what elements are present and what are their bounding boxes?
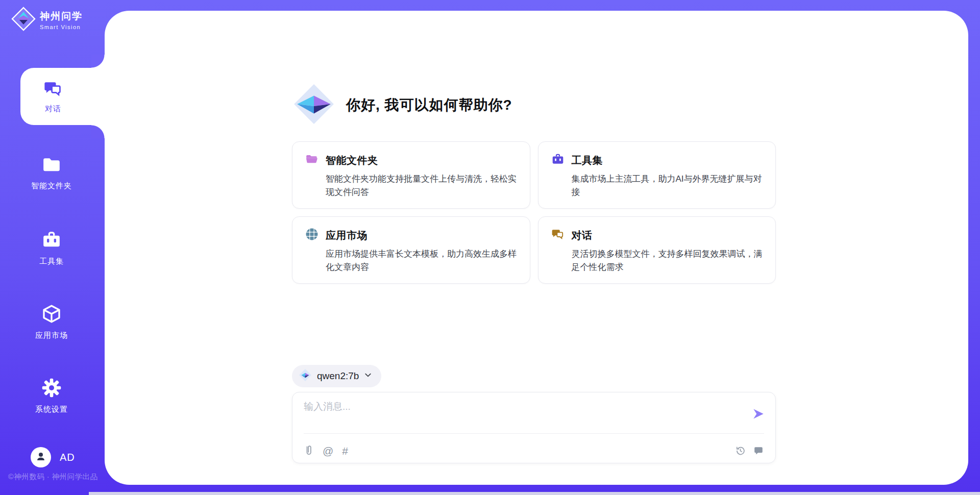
card-description: 应用市场提供丰富长文本模板，助力高效生成多样化文章内容 xyxy=(326,247,517,275)
gear-icon xyxy=(41,378,62,400)
folder-icon xyxy=(41,154,62,177)
sidebar: 神州问学 Smart Vision 对话 智能文件夹 xyxy=(0,0,105,495)
sidebar-item-app-market[interactable]: 应用市场 xyxy=(0,304,103,340)
sidebar-item-toolset[interactable]: 工具集 xyxy=(0,230,103,266)
avatar xyxy=(31,447,51,467)
app-subtitle: Smart Vision xyxy=(40,24,83,30)
hash-icon[interactable]: # xyxy=(342,445,348,456)
diamond-logo-icon xyxy=(11,7,36,33)
card-smart-folder[interactable]: 智能文件夹 智能文件夹功能支持批量文件上传与清洗，轻松实现文件问答 xyxy=(292,141,530,209)
card-chat[interactable]: 对话 灵活切换多模型文件，支持多样回复效果调试，满足个性化需求 xyxy=(538,216,776,284)
briefcase-icon xyxy=(551,153,565,168)
at-icon[interactable]: @ xyxy=(323,445,333,456)
app-title: 神州问学 xyxy=(40,10,83,23)
message-input[interactable] xyxy=(304,400,732,430)
sidebar-item-chat[interactable]: 对话 xyxy=(20,68,105,125)
model-logo-icon xyxy=(299,368,312,384)
greeting-title: 你好, 我可以如何帮助你? xyxy=(346,95,512,115)
sidebar-item-smart-folder[interactable]: 智能文件夹 xyxy=(0,154,103,191)
user-profile[interactable]: AD xyxy=(31,447,75,467)
copyright-text: ©神州数码 · 神州问学出品 xyxy=(8,472,98,482)
card-toolset[interactable]: 工具集 集成市场上主流工具，助力AI与外界无缝扩展与对接 xyxy=(538,141,776,209)
sidebar-item-label: 系统设置 xyxy=(35,405,68,414)
history-icon[interactable] xyxy=(734,445,746,457)
cube-icon xyxy=(41,304,62,326)
composer-tools-left: @ # xyxy=(304,442,348,459)
card-description: 集成市场上主流工具，助力AI与外界无缝扩展与对接 xyxy=(572,172,763,200)
sidebar-item-label: 智能文件夹 xyxy=(31,181,72,191)
model-name: qwen2:7b xyxy=(317,370,359,382)
chat-icon xyxy=(43,79,63,101)
card-title: 智能文件夹 xyxy=(326,154,378,167)
person-icon xyxy=(35,450,47,464)
greeting-logo-icon xyxy=(292,82,336,128)
feature-cards: 智能文件夹 智能文件夹功能支持批量文件上传与清洗，轻松实现文件问答 工具集 xyxy=(292,141,776,284)
app-logo: 神州问学 Smart Vision xyxy=(11,7,83,33)
briefcase-icon xyxy=(41,230,62,252)
sidebar-item-label: 应用市场 xyxy=(35,331,68,340)
folder-open-icon xyxy=(305,153,318,168)
window-bottom-edge xyxy=(89,492,980,495)
active-tab-connector-top xyxy=(91,55,105,68)
send-icon[interactable] xyxy=(752,407,765,420)
card-description: 灵活切换多模型文件，支持多样回复效果调试，满足个性化需求 xyxy=(572,247,763,275)
card-title: 工具集 xyxy=(572,154,603,167)
card-title: 对话 xyxy=(572,229,593,242)
paperclip-icon[interactable] xyxy=(304,444,314,457)
card-title: 应用市场 xyxy=(326,229,368,242)
chat-icon xyxy=(551,228,565,243)
sidebar-item-label: 工具集 xyxy=(39,257,64,266)
message-composer: @ # xyxy=(292,392,776,463)
card-description: 智能文件夹功能支持批量文件上传与清洗，轻松实现文件问答 xyxy=(326,172,517,200)
grid-icon xyxy=(305,228,318,243)
main-content: 你好, 我可以如何帮助你? 智能文件夹 智能文件夹功能支持批量文件上传与清洗，轻… xyxy=(105,11,968,485)
sidebar-item-settings[interactable]: 系统设置 xyxy=(0,378,103,414)
composer-divider xyxy=(304,433,764,434)
chevron-down-icon xyxy=(364,371,372,381)
greeting-row: 你好, 我可以如何帮助你? xyxy=(292,82,512,128)
chat-bubble-icon[interactable] xyxy=(753,445,764,456)
composer-tools-right xyxy=(734,442,764,459)
active-tab-connector-bottom xyxy=(91,125,105,138)
model-selector[interactable]: qwen2:7b xyxy=(292,365,381,387)
user-initials: AD xyxy=(60,452,75,463)
card-app-market[interactable]: 应用市场 应用市场提供丰富长文本模板，助力高效生成多样化文章内容 xyxy=(292,216,530,284)
sidebar-item-label: 对话 xyxy=(45,104,61,114)
